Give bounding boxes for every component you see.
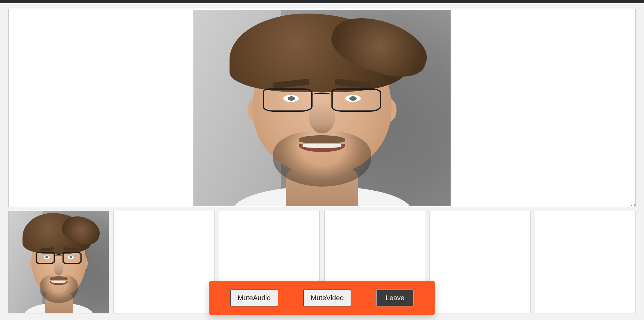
participant-thumbnail[interactable] xyxy=(535,211,636,313)
participant-thumbnail[interactable] xyxy=(114,211,214,313)
svg-point-1 xyxy=(633,204,633,205)
leave-call-button[interactable]: Leave xyxy=(376,289,414,306)
main-video-panel[interactable] xyxy=(8,9,636,207)
person-icon xyxy=(193,10,451,206)
mute-audio-button[interactable]: MuteAudio xyxy=(230,289,278,306)
participant-thumbnail[interactable] xyxy=(8,211,109,313)
svg-point-2 xyxy=(634,204,635,205)
call-control-bar: MuteAudio MuteVideo Leave xyxy=(209,281,435,315)
resize-grip-icon xyxy=(630,201,635,206)
svg-point-0 xyxy=(634,203,635,203)
participant-thumbnail[interactable] xyxy=(430,211,530,313)
person-icon xyxy=(8,211,109,313)
main-video-feed xyxy=(193,10,451,206)
svg-point-5 xyxy=(634,205,635,206)
mute-video-button[interactable]: MuteVideo xyxy=(303,289,351,306)
svg-point-3 xyxy=(631,205,632,206)
svg-point-4 xyxy=(633,205,633,206)
window-top-bar xyxy=(0,0,644,3)
thumbnail-video-feed xyxy=(8,211,109,313)
